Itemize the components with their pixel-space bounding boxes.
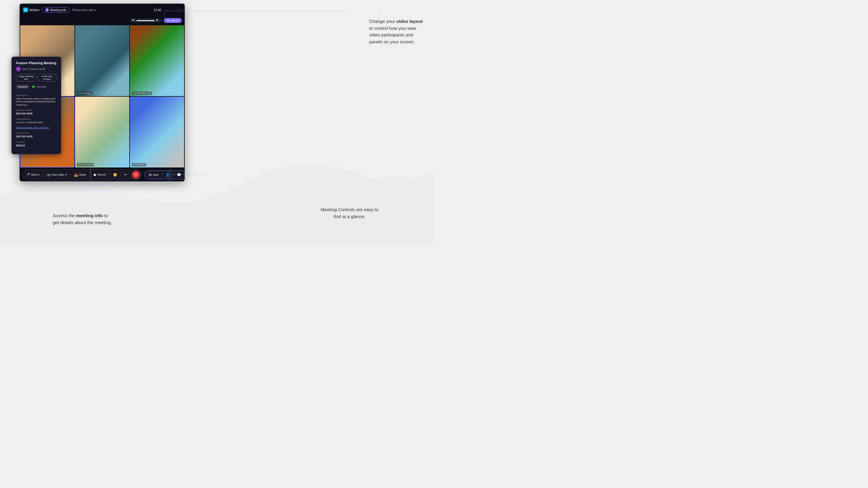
tab-security[interactable]: Security (30, 85, 48, 89)
zoom-control[interactable]: 🔍 🔍 (130, 19, 161, 23)
annotation-right-text1: Change your (369, 19, 396, 24)
annotation-right-bold: video layout (396, 19, 423, 24)
annotation-bl-bold: meeting info (76, 213, 103, 218)
tab-general[interactable]: General (16, 85, 29, 89)
copy-meeting-link-button[interactable]: Copy meeting link (16, 74, 36, 82)
dashed-line-v1 (164, 11, 164, 26)
video-address-value: US Toll +1-555-655-0000 (16, 121, 57, 124)
close-button[interactable]: ✕ (177, 8, 181, 12)
chat-button[interactable]: 💬 (175, 172, 183, 178)
meeting-link-label: Meeting link (16, 94, 57, 97)
access-code-label: Access code (16, 132, 57, 134)
window-controls: ─ □ ✕ (165, 8, 181, 12)
show-numbers-link[interactable]: Show all global call-in numbers (16, 126, 49, 129)
security-dot (32, 86, 35, 88)
annotation-right-text2: to control how you view video participan… (369, 26, 416, 44)
meeting-info-badge[interactable]: ℹ Meeting info (42, 7, 70, 13)
show-menu-bar[interactable]: Show menu bar ▾ (72, 8, 96, 12)
divider-3 (90, 172, 90, 177)
controls-dashed-box (90, 164, 170, 185)
divider-8 (173, 172, 174, 177)
participant-name-henry: Henry Riggs (77, 92, 93, 95)
video-address-label: Video address (16, 118, 57, 121)
webex-label: Webex (29, 8, 39, 12)
host-key-label: Host key (16, 141, 57, 143)
zoom-in-icon: 🔍 (156, 19, 159, 22)
annotation-br-text: Meeting Controls are easy to find at a g… (319, 206, 380, 220)
panel-tabs: General Security (16, 85, 57, 91)
meeting-number-section: Meeting number 555 035 0635 (16, 109, 57, 116)
divider-2 (70, 172, 70, 177)
host-avatar: C (16, 67, 21, 71)
annotation-meeting-controls: Meeting Controls are easy to find at a g… (319, 206, 380, 220)
stop-video-icon: 📹 (46, 173, 51, 177)
video-cell-henry: Henry Riggs (75, 25, 129, 96)
info-badge-icon: ℹ (45, 8, 49, 12)
divider-1 (43, 172, 43, 177)
meeting-number-value: 555 035 0635 (16, 112, 57, 116)
panel-title: Feature Planning Meeting (16, 61, 57, 65)
participant-bg-umar (130, 97, 184, 167)
divider-9 (184, 172, 185, 177)
panel-buttons: Copy meeting link Invite and remind (16, 74, 57, 82)
titlebar: W Webex ℹ Meeting info Show menu bar ▾ 1… (20, 4, 185, 16)
video-toolbar: 🔍 🔍 ⊞ Layout (20, 16, 185, 25)
annotation-bl-text1: Access the (53, 213, 76, 218)
meeting-info-panel: Feature Planning Meeting C Host: Clariss… (11, 57, 61, 154)
host-key-section: Host key 555123 (16, 141, 57, 148)
meeting-number-label: Meeting number (16, 109, 57, 111)
host-label: Host: Clarissa Smith (22, 67, 45, 70)
minimize-button[interactable]: ─ (165, 8, 169, 12)
participant-bg-henry (75, 25, 129, 96)
meeting-link-section: Meeting link https://example.webex.com/g… (16, 94, 57, 107)
video-cell-marise: Marise Torres (75, 97, 129, 167)
dashed-line-v2 (379, 11, 379, 26)
host-key-value: 555123 (16, 144, 57, 148)
host-row: C Host: Clarissa Smith (16, 67, 57, 71)
mute-icon: 🎤 (26, 173, 30, 177)
invite-remind-button[interactable]: Invite and remind (37, 74, 57, 82)
access-code-value: 555 035 0635 (16, 135, 57, 138)
participant-bg-isabelle (130, 25, 184, 96)
chat-icon: 💬 (177, 173, 181, 177)
annotation-meeting-info: Access the meeting info to get details a… (53, 213, 113, 226)
share-button[interactable]: 📤 Share (72, 172, 88, 178)
access-code-section: Access code 555 035 0635 (16, 132, 57, 138)
participant-name-isabelle: Isabelle Brennan (132, 92, 152, 95)
webex-logo: W Webex (23, 7, 39, 12)
zoom-slider[interactable] (136, 20, 155, 21)
video-cell-isabelle: Isabelle Brennan (130, 25, 184, 96)
meeting-link-value: https://example.webex.com/go/j.php?MTID=… (16, 97, 57, 107)
webex-icon: W (23, 7, 28, 12)
meeting-info-label: Meeting info (50, 8, 66, 12)
maximize-button[interactable]: □ (171, 8, 175, 12)
dashed-line-h1 (164, 11, 345, 11)
video-cell-umar: Umar Patel (130, 97, 184, 167)
stop-video-button[interactable]: 📹 Stop video ▾ (44, 172, 69, 178)
dashed-line-controls-h (170, 174, 207, 175)
layout-icon: ⊞ (167, 19, 169, 22)
mute-button[interactable]: 🎤 Mute ▾ (24, 172, 41, 178)
titlebar-right: 12:40 ─ □ ✕ (154, 8, 181, 12)
zoom-out-icon: 🔍 (132, 19, 135, 22)
layout-button[interactable]: ⊞ Layout (164, 18, 182, 23)
time-display: 12:40 (154, 8, 161, 12)
video-address-section: Video address US Toll +1-555-655-0000 Sh… (16, 118, 57, 130)
annotation-video-layout: Change your video layout to control how … (369, 18, 425, 45)
share-icon: 📤 (74, 173, 78, 177)
participant-bg-marise (75, 97, 129, 167)
